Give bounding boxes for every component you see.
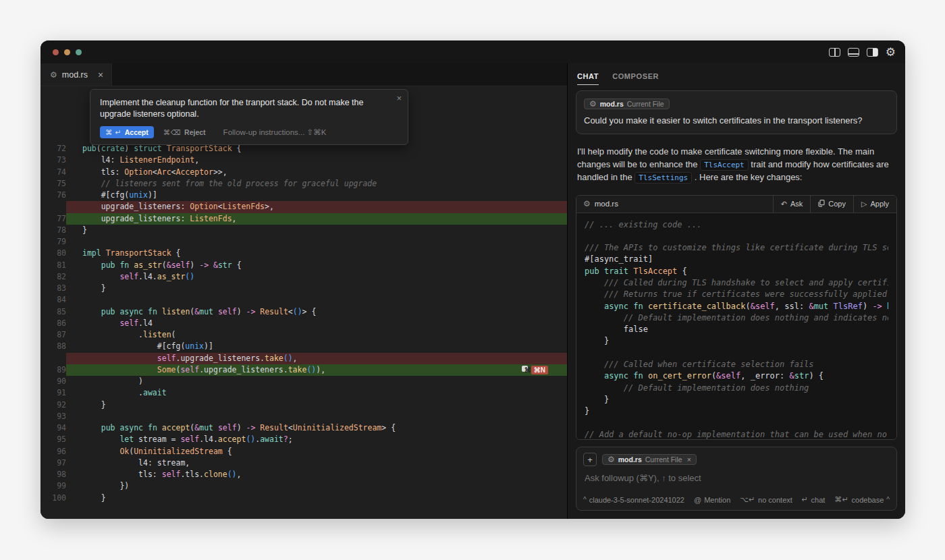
tab-chat[interactable]: CHAT — [577, 72, 599, 85]
copy-button[interactable]: Copy — [810, 196, 853, 213]
ask-button[interactable]: ↶ Ask — [773, 196, 811, 213]
prompt-close-icon[interactable]: × — [396, 93, 402, 103]
line-number: 81 — [40, 260, 66, 271]
line-number: 86 — [40, 318, 66, 329]
tab-label: mod.rs — [62, 70, 88, 80]
rust-file-icon: ⚙ — [608, 455, 615, 464]
chat-tab-bar: CHAT COMPOSER — [568, 63, 905, 85]
context-file-chip[interactable]: ⚙ mod.rs Current File — [584, 99, 670, 109]
window-controls[interactable] — [53, 49, 82, 55]
line-number: 89 — [40, 364, 66, 376]
app-window: ⚙ ⚙ mod.rs × × Implement the cleanup fun… — [40, 40, 905, 519]
settings-gear-icon[interactable]: ⚙ — [886, 47, 896, 58]
code-line: self.upgrade_listeners.take(), — [40, 353, 567, 364]
code-line: 78} — [40, 225, 567, 236]
zoom-traffic-light[interactable] — [76, 49, 82, 55]
codebase-send-option[interactable]: ⌘↵codebase^ — [834, 495, 890, 504]
line-number: 97 — [40, 457, 66, 469]
chevron-up-icon: ^ — [886, 496, 890, 503]
copy-icon — [818, 200, 825, 208]
followup-input[interactable]: Follow-up instructions... ⇧⌘K — [223, 128, 327, 137]
line-number: 82 — [40, 271, 66, 283]
split-editor-icon[interactable] — [829, 48, 840, 57]
code-line: 94 pub async fn accept(&mut self) -> Res… — [40, 422, 567, 434]
assistant-reply-text: I'll help modify the code to make certif… — [577, 146, 896, 185]
title-bar: ⚙ — [40, 40, 905, 63]
line-number: 75 — [40, 178, 66, 190]
line-number: 76 — [40, 190, 66, 201]
shortcut-keys: ⌘↵ — [834, 495, 848, 504]
user-message-card: ⚙ mod.rs Current File Could you make it … — [576, 90, 897, 134]
tab-mod-rs[interactable]: ⚙ mod.rs × — [40, 63, 112, 86]
line-number: 77 — [40, 213, 66, 225]
code-line: 100 } — [40, 493, 567, 504]
code-line: } — [585, 394, 888, 405]
code-line: 81 pub fn as_str(&self) -> &str { — [40, 260, 567, 271]
reject-button[interactable]: ⌘⌫ Reject — [163, 128, 206, 136]
rust-file-icon: ⚙ — [583, 200, 591, 208]
code-line: 99 }) — [40, 480, 567, 492]
code-line: 88 #[cfg(unix)] — [40, 341, 567, 352]
code-block-body: // ... existing code .../// The APIs to … — [576, 213, 896, 441]
code-line: 86 self.l4 — [40, 318, 567, 329]
shortcut-keys: ↵ — [802, 495, 809, 504]
code-line — [585, 231, 888, 242]
code-block-filename: mod.rs — [595, 200, 618, 208]
code-line: upgrade_listeners: Option<ListenFds>, — [40, 201, 567, 213]
close-traffic-light[interactable] — [53, 49, 59, 55]
line-number: 80 — [40, 248, 66, 259]
code-line: 77 upgrade_listeners: ListenFds, — [40, 213, 567, 225]
code-line — [585, 347, 888, 359]
code-line: // Add a default no-op implementation th… — [585, 429, 888, 440]
line-number: 87 — [40, 329, 66, 341]
code-line: } — [585, 335, 888, 347]
code-line: 95 let stream = self.l4.accept().await?; — [40, 434, 567, 445]
code-line: 97 l4: stream, — [40, 457, 567, 469]
model-selector[interactable]: ^ claude-3-5-sonnet-20241022 — [583, 496, 684, 504]
chat-messages[interactable]: ⚙ mod.rs Current File Could you make it … — [568, 85, 905, 440]
line-number: 73 — [40, 155, 66, 166]
accept-shortcut: ⌘ ↵ — [105, 128, 122, 136]
editor-pane: ⚙ mod.rs × × Implement the cleanup funct… — [40, 63, 568, 519]
code-line: 83 } — [40, 283, 567, 294]
line-number: 94 — [40, 422, 66, 434]
line-number: 90 — [40, 376, 66, 387]
chip-close-icon[interactable]: × — [687, 455, 691, 464]
add-context-button[interactable]: + — [583, 453, 597, 466]
chat-input-field[interactable]: Ask followup (⌘Y), ↑ to select — [585, 473, 888, 483]
inline-ai-prompt: × Implement the cleanup function for the… — [90, 89, 408, 145]
line-number: 84 — [40, 294, 66, 306]
apply-button[interactable]: ▷ Apply — [853, 196, 896, 213]
code-line: 92 } — [40, 399, 567, 411]
code-line: 98 tls: self.tls.clone(), — [40, 469, 567, 480]
code-line: 85 pub async fn listen(&mut self) -> Res… — [40, 306, 567, 318]
diff-reject-badge[interactable]: ⌘N — [531, 366, 548, 374]
line-number: 91 — [40, 387, 66, 399]
minimize-traffic-light[interactable] — [64, 49, 70, 55]
code-line: 79 — [40, 236, 567, 248]
tab-bar: ⚙ mod.rs × — [40, 63, 567, 86]
code-line: 74 tls: Option<Arc<Acceptor>>, — [40, 167, 567, 178]
chat-input-box[interactable]: + ⚙ mod.rs Current File × Ask followup (… — [576, 447, 897, 511]
tab-close-icon[interactable]: × — [98, 69, 103, 80]
toggle-panel-icon[interactable] — [848, 48, 859, 57]
chat-send-option[interactable]: ↵chat — [802, 495, 826, 504]
editor-code: 72pub(crate) struct TransportStack {73 l… — [40, 86, 567, 504]
code-line: 91 .await — [40, 387, 567, 399]
no-context-option[interactable]: ⌥↵no context — [740, 495, 792, 504]
mention-button[interactable]: @ Mention — [694, 496, 730, 504]
line-number: 72 — [40, 143, 66, 155]
accept-button[interactable]: ⌘ ↵ Accept — [100, 126, 154, 138]
line-number: 100 — [40, 493, 66, 504]
line-number: 99 — [40, 480, 66, 492]
line-number: 74 — [40, 167, 66, 178]
diff-accept-badge[interactable]: ⌘Y — [522, 366, 528, 372]
code-line: /// The APIs to customize things like ce… — [585, 242, 888, 254]
code-editor[interactable]: × Implement the cleanup function for the… — [40, 86, 567, 519]
code-line: 76 #[cfg(unix)] — [40, 190, 567, 201]
rust-file-icon: ⚙ — [50, 71, 57, 79]
tab-composer[interactable]: COMPOSER — [612, 72, 659, 85]
toggle-sidebar-icon[interactable] — [867, 48, 878, 57]
code-line: 84 — [40, 294, 567, 306]
input-context-chip[interactable]: ⚙ mod.rs Current File × — [602, 454, 697, 465]
